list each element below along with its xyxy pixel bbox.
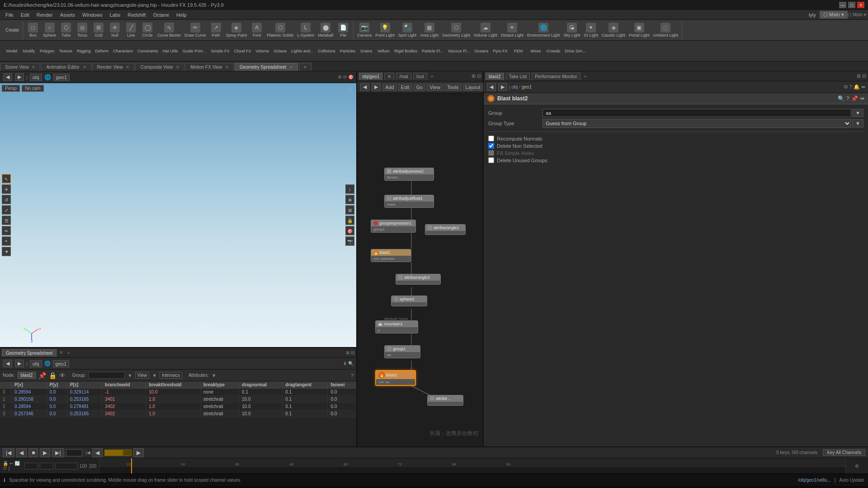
ss-tab-geometry[interactable]: Geometry Spreadsheet: [2, 349, 57, 357]
center-tab-geo1[interactable]: obj/geo1: [359, 73, 382, 80]
ss-tab-close[interactable]: ✕: [59, 350, 63, 356]
group-type-btn[interactable]: ▼: [852, 119, 863, 127]
tl-key-all-btn[interactable]: Key All Channels: [823, 449, 865, 456]
workspace-main-right[interactable]: ⬡ Main ▾: [848, 12, 866, 17]
sphere-tool[interactable]: ○Sphere: [41, 22, 58, 38]
path-tool[interactable]: ↗Path: [208, 22, 224, 38]
data-cell[interactable]: 10.0: [239, 396, 283, 403]
data-cell[interactable]: 0.1: [283, 389, 328, 396]
status-path[interactable]: /obj/geo1/vellu...: [798, 478, 831, 483]
tl-ruler-area[interactable]: 12 24 36 48 60 72 84 96: [99, 458, 845, 474]
tl-stop-btn[interactable]: ■: [28, 448, 38, 457]
col-px[interactable]: P[x]: [12, 381, 47, 389]
data-cell[interactable]: 0.329114: [67, 389, 102, 396]
col-dragnormal[interactable]: dragnormal: [239, 381, 283, 389]
data-cell[interactable]: 0.28594: [12, 389, 47, 396]
tab-composite-view[interactable]: Composite View ✕: [135, 63, 184, 71]
caustic-light-tool[interactable]: ◈Caustic Light: [600, 22, 627, 38]
rotate-tool[interactable]: ↺: [2, 195, 11, 204]
data-cell[interactable]: 10.0: [146, 389, 201, 396]
tl-playhead[interactable]: [131, 458, 132, 467]
right-tab-perf-monitor[interactable]: Performance Monitor: [532, 73, 580, 80]
select-tool[interactable]: ↖: [2, 174, 11, 183]
tl-range-prev[interactable]: ◀: [92, 448, 103, 457]
persp-button[interactable]: Persp: [2, 85, 20, 92]
paint-tool[interactable]: ✏: [2, 226, 11, 235]
data-cell[interactable]: 0.278481: [67, 403, 102, 410]
tl-range-next[interactable]: ▶: [133, 448, 144, 457]
wires-tool[interactable]: Wires: [528, 48, 544, 54]
data-cell[interactable]: 0.0: [328, 403, 356, 410]
deform-tool[interactable]: Deform: [94, 48, 111, 54]
draw-curve-tool[interactable]: ✏Draw Curve: [183, 22, 208, 38]
right-back-btn[interactable]: ◀: [487, 83, 496, 91]
maximize-button[interactable]: □: [848, 2, 855, 8]
tl-scope-btn[interactable]: ⚙: [855, 464, 859, 469]
node-sphere2[interactable]: sphere2: [391, 296, 427, 306]
data-cell[interactable]: 0.0: [328, 389, 356, 396]
workspace-main[interactable]: ⬡ Main ▾: [820, 11, 848, 19]
center-tab-out[interactable]: /out: [413, 73, 427, 80]
auto-update-label[interactable]: Auto Update: [839, 478, 864, 483]
data-cell[interactable]: 0.28594: [12, 403, 47, 410]
lights-tool[interactable]: Lights and...: [289, 48, 315, 54]
right-tab-blast2[interactable]: blast2: [486, 73, 504, 80]
circle-tool[interactable]: ◯Circle: [139, 22, 156, 38]
viewport-fwd-button[interactable]: ▶: [15, 73, 24, 81]
col-py[interactable]: P[y]: [47, 381, 67, 389]
node-blast1[interactable]: 🔥 blast1 not: selection: [371, 249, 411, 262]
point-light-tool[interactable]: 💡Point Light: [373, 22, 396, 38]
center-go-btn[interactable]: Go: [414, 84, 426, 91]
group-type-select[interactable]: Guess from Group Points Edges Faces: [542, 119, 851, 128]
ss-help-icon[interactable]: ?: [351, 373, 354, 378]
data-cell[interactable]: 3402: [102, 403, 146, 410]
menu-octane[interactable]: Octane: [150, 11, 173, 19]
rigging-tool[interactable]: Rigging: [75, 48, 93, 54]
font-tool[interactable]: AFont: [249, 22, 265, 38]
data-cell[interactable]: 0.0: [328, 396, 356, 403]
center-tab-mat[interactable]: /mat: [396, 73, 411, 80]
data-cell[interactable]: 0.1: [283, 410, 328, 418]
col-dragtangent[interactable]: dragtangent: [283, 381, 328, 389]
tl-start-input[interactable]: 1: [24, 463, 38, 469]
center-add-btn[interactable]: Add: [382, 84, 397, 91]
handle-tool[interactable]: ☰: [2, 216, 11, 225]
model-tool[interactable]: Model: [4, 48, 20, 54]
data-cell[interactable]: 1.0: [146, 403, 201, 410]
hat-utils-tool[interactable]: Hat Utils: [161, 48, 180, 54]
right-tab-add[interactable]: +: [584, 74, 587, 79]
lsystem-tool[interactable]: LL-System: [295, 22, 316, 38]
data-cell[interactable]: 0.1: [283, 403, 328, 410]
guide-prim-tool[interactable]: Guide Prim...: [181, 48, 208, 54]
tl-start-btn[interactable]: |◀: [3, 448, 14, 457]
delete-non-selected-checkbox[interactable]: [488, 143, 494, 149]
vp-tool-4[interactable]: 🔒: [345, 216, 354, 225]
data-cell[interactable]: 0.0: [47, 396, 67, 403]
data-cell[interactable]: 0.253165: [67, 396, 102, 403]
ss-fwd-button[interactable]: ▶: [15, 360, 24, 367]
col-breakthreshold[interactable]: breakthreshold: [146, 381, 201, 389]
particles-tool[interactable]: Particles: [338, 48, 358, 54]
file-tool[interactable]: 📄File: [335, 22, 351, 38]
ss-node-pin[interactable]: 📌: [38, 372, 46, 379]
node-mountain1[interactable]: ⛰ mountain1 p: [375, 320, 418, 333]
data-cell[interactable]: 0.257346: [12, 410, 47, 418]
vp-tool-5[interactable]: 🎯: [345, 226, 354, 235]
gi-light-tool[interactable]: ✦GI Light: [582, 22, 600, 38]
menu-help[interactable]: Help: [173, 11, 190, 19]
particle-fl-tool[interactable]: Particle Fl...: [420, 48, 445, 54]
center-view-btn[interactable]: View: [427, 84, 443, 91]
menu-edit[interactable]: Edit: [17, 11, 33, 19]
right-tab-take-list[interactable]: Take List: [506, 73, 530, 80]
ss-tab-add[interactable]: +: [67, 350, 70, 356]
vp-tool-6[interactable]: 📷: [345, 237, 354, 246]
data-cell[interactable]: 1.0: [146, 410, 201, 418]
constraints-tool[interactable]: Constraints: [136, 48, 160, 54]
line-tool[interactable]: ╱Line: [123, 22, 139, 38]
data-cell[interactable]: 10.0: [239, 403, 283, 410]
ss-filter-icon[interactable]: ▼: [127, 373, 132, 378]
vp-tool-2[interactable]: ⊕: [345, 195, 354, 204]
polygon-tool[interactable]: Polygon: [38, 48, 57, 54]
torus-tool[interactable]: ◎Torus: [74, 22, 90, 38]
close-button[interactable]: ✕: [857, 2, 864, 8]
